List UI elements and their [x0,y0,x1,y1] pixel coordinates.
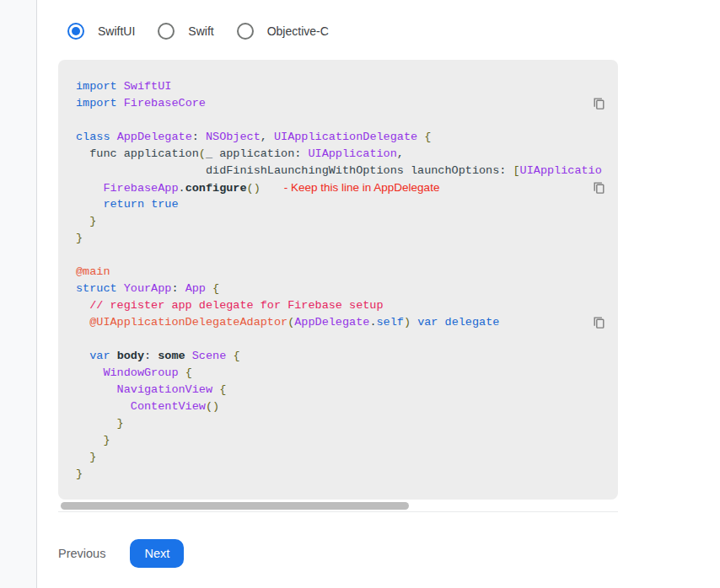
code-line: } [76,466,618,483]
code-line: } [76,230,618,247]
previous-button[interactable]: Previous [58,540,105,567]
copy-icon [591,96,606,111]
code-line: didFinishLaunchingWithOptions launchOpti… [76,163,618,179]
code-line: return true [76,196,618,213]
radio-label-swift: Swift [188,24,213,38]
code-line: func application(_ application: UIApplic… [76,146,618,163]
left-rail-divider [0,0,37,588]
code-line: NavigationView { [76,382,618,398]
code-line: } [76,449,618,466]
copy-code-button[interactable] [590,95,607,112]
radio-icon-objectivec [237,23,254,40]
code-line: ContentView() [76,398,618,415]
language-radio-group: SwiftUI Swift Objective-C [67,23,329,40]
code-line: import SwiftUI [76,78,618,95]
code-line: } [76,213,618,230]
code-line: @main [76,264,618,281]
code-line [76,112,618,129]
code-line: FirebaseApp.configure()- Keep this line … [76,179,618,196]
firebase-setup-step: SwiftUI Swift Objective-C import SwiftUI… [0,0,720,588]
code-snippet-block: import SwiftUIimport FirebaseCoreclass A… [58,60,618,500]
code-line: // register app delegate for Firebase se… [76,297,618,314]
footer-navigation: Previous Next [58,539,184,568]
horizontal-scrollbar-thumb[interactable] [61,502,409,510]
code-line: @UIApplicationDelegateAdaptor(AppDelegat… [76,314,618,331]
copy-code-button[interactable] [590,179,607,196]
copy-code-button[interactable] [590,314,607,331]
code-line: var body: some Scene { [76,348,618,365]
radio-option-objectivec[interactable]: Objective-C [237,23,329,40]
code-line: WindowGroup { [76,365,618,382]
copy-icon [591,180,606,195]
code-line: struct YourApp: App { [76,281,618,297]
radio-option-swift[interactable]: Swift [158,23,213,40]
code-line [76,247,618,264]
code-line: } [76,432,618,449]
radio-icon-swiftui [67,23,84,40]
radio-icon-swift [158,23,175,40]
copy-icon [591,315,606,330]
horizontal-scrollbar[interactable] [58,502,618,510]
radio-option-swiftui[interactable]: SwiftUI [67,23,135,40]
radio-label-swiftui: SwiftUI [98,24,135,38]
radio-label-objectivec: Objective-C [267,24,329,38]
code-line: import FirebaseCore [76,95,618,112]
code-lines: import SwiftUIimport FirebaseCoreclass A… [76,78,618,483]
code-line: class AppDelegate: NSObject, UIApplicati… [76,129,618,146]
snippet-divider [58,511,618,512]
next-button[interactable]: Next [130,539,184,568]
code-line [76,331,618,348]
code-line: } [76,415,618,432]
